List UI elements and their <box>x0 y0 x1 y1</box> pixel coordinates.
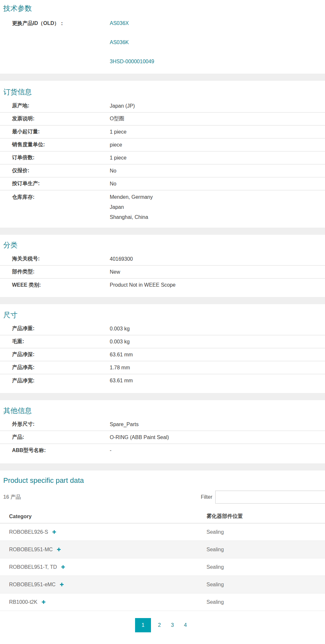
section-separator <box>0 74 325 81</box>
section-title-technical-parameters: 技术参数 <box>0 0 325 12</box>
info-label: 仅报价: <box>0 167 110 174</box>
expand-plus-icon[interactable]: ✚ <box>42 599 46 605</box>
info-row: 仅报价: No <box>0 164 325 177</box>
section-separator <box>0 297 325 304</box>
category-cell: RB1000-t2K ✚ <box>0 599 206 605</box>
position-cell: Sealing <box>206 564 325 570</box>
category-name: ROBOBEL951-eMC <box>9 582 56 587</box>
info-value: Spare_Parts <box>110 422 139 427</box>
info-label: 海关关税号: <box>0 256 110 262</box>
expand-plus-icon[interactable]: ✚ <box>61 564 65 570</box>
part-data-toolbar: 16 产品 Filter <box>0 491 325 504</box>
info-label: 产品净重: <box>0 325 110 332</box>
classification-rows: 海关关税号: 40169300 部件类型: New WEEE 类别: Produ… <box>0 253 325 292</box>
bottom-spacer <box>0 632 325 643</box>
info-label: 仓库库存: <box>0 192 110 222</box>
section-title-part-data: Product specific part data <box>0 476 325 484</box>
expand-plus-icon[interactable]: ✚ <box>60 582 64 587</box>
category-name: ROBOBEL951-T, TD <box>9 564 57 570</box>
replaced-product-id-links: AS036X AS036K 3HSD-0000010049 <box>110 20 154 65</box>
pagination: 1 2 3 4 <box>0 618 325 632</box>
product-count: 16 产品 <box>0 494 201 501</box>
replaced-product-link[interactable]: AS036X <box>110 20 154 26</box>
table-header-row: Category 雾化器部件位置 <box>0 510 325 523</box>
part-data-table: Category 雾化器部件位置 ROBOBEL926-S ✚ Sealing … <box>0 510 325 611</box>
info-value: O型圈 <box>110 115 124 122</box>
expand-plus-icon[interactable]: ✚ <box>57 547 61 552</box>
filter-input[interactable] <box>215 491 325 504</box>
warehouse-location: Japan <box>110 202 153 212</box>
category-cell: ROBOBEL951-T, TD ✚ <box>0 564 206 570</box>
replaced-product-id-row: 更换产品ID（OLD）： AS036X AS036K 3HSD-00000100… <box>0 20 325 65</box>
pagination-page-2[interactable]: 2 <box>155 618 164 632</box>
filter-label: Filter <box>201 494 212 500</box>
info-label: 订单倍数: <box>0 154 110 161</box>
info-row: 产品: O-RING (ABB Paint Seal) <box>0 431 325 444</box>
table-row: ROBOBEL951-MC ✚ Sealing <box>0 541 325 558</box>
column-header-position: 雾化器部件位置 <box>206 513 325 520</box>
info-label: 产品: <box>0 434 110 441</box>
info-row: 订单倍数: 1 piece <box>0 151 325 164</box>
info-row: 外形尺寸: Spare_Parts <box>0 418 325 431</box>
position-cell: Sealing <box>206 599 325 605</box>
info-row: 毛重: 0.003 kg <box>0 335 325 348</box>
info-row: 产品净高: 1.78 mm <box>0 361 325 374</box>
category-cell: ROBOBEL926-S ✚ <box>0 529 206 535</box>
info-value: 0.003 kg <box>110 326 130 332</box>
replaced-product-link[interactable]: AS036K <box>110 39 154 45</box>
info-label: 外形尺寸: <box>0 421 110 428</box>
info-row: WEEE 类别: Product Not in WEEE Scope <box>0 279 325 292</box>
info-value: 40169300 <box>110 256 133 262</box>
category-name: RB1000-t2K <box>9 599 37 605</box>
other-info-rows: 外形尺寸: Spare_Parts 产品: O-RING (ABB Paint … <box>0 418 325 457</box>
info-row: 部件类型: New <box>0 266 325 279</box>
pagination-page-3[interactable]: 3 <box>168 618 177 632</box>
info-value: 0.003 kg <box>110 339 130 345</box>
column-header-category: Category <box>0 514 206 519</box>
warehouse-location: Shanghai, China <box>110 212 153 222</box>
table-row: ROBOBEL951-eMC ✚ Sealing <box>0 576 325 593</box>
category-name: ROBOBEL951-MC <box>9 547 53 552</box>
pagination-page-4[interactable]: 4 <box>181 618 190 632</box>
position-cell: Sealing <box>206 529 325 535</box>
table-row: RB1000-t2K ✚ Sealing <box>0 593 325 611</box>
info-value: New <box>110 269 120 275</box>
info-label: 最小起订量: <box>0 128 110 135</box>
category-cell: ROBOBEL951-eMC ✚ <box>0 582 206 588</box>
info-label: 原产地: <box>0 102 110 109</box>
section-title-classification: 分类 <box>0 241 325 249</box>
info-value: O-RING (ABB Paint Seal) <box>110 435 169 440</box>
replaced-product-link[interactable]: 3HSD-0000010049 <box>110 58 154 65</box>
info-label: 部件类型: <box>0 268 110 275</box>
info-value: 63.61 mm <box>110 378 133 384</box>
info-row: 产品净深: 63.61 mm <box>0 348 325 361</box>
info-label: 产品净宽: <box>0 377 110 384</box>
section-separator <box>0 463 325 471</box>
info-value: piece <box>110 142 122 148</box>
warehouse-stock-row: 仓库库存: Menden, Germany Japan Shanghai, Ch… <box>0 190 325 225</box>
info-value: 1.78 mm <box>110 365 130 371</box>
pagination-page-1[interactable]: 1 <box>135 618 151 632</box>
expand-plus-icon[interactable]: ✚ <box>52 529 56 535</box>
section-title-ordering-info: 订货信息 <box>0 88 325 96</box>
info-value: No <box>110 181 116 187</box>
info-value: Product Not in WEEE Scope <box>110 282 176 288</box>
info-value: Japan (JP) <box>110 103 135 109</box>
info-label: 按订单生产: <box>0 180 110 187</box>
info-row: 销售度量单位: piece <box>0 138 325 151</box>
ordering-info-rows: 原产地: Japan (JP) 发票说明: O型圈 最小起订量: 1 piece… <box>0 100 325 225</box>
section-title-dimensions: 尺寸 <box>0 311 325 319</box>
category-name: ROBOBEL926-S <box>9 529 48 535</box>
section-separator <box>0 393 325 400</box>
position-cell: Sealing <box>206 582 325 588</box>
info-label: 产品净深: <box>0 351 110 358</box>
info-row: 发票说明: O型圈 <box>0 113 325 125</box>
info-value: - <box>110 447 111 453</box>
info-row: ABB型号名称: - <box>0 444 325 457</box>
info-label: 毛重: <box>0 338 110 345</box>
info-label: WEEE 类别: <box>0 282 110 289</box>
replaced-product-id-label: 更换产品ID（OLD）： <box>0 20 110 65</box>
info-row: 产品净重: 0.003 kg <box>0 322 325 335</box>
info-value: No <box>110 168 116 174</box>
info-value: 1 piece <box>110 155 127 161</box>
